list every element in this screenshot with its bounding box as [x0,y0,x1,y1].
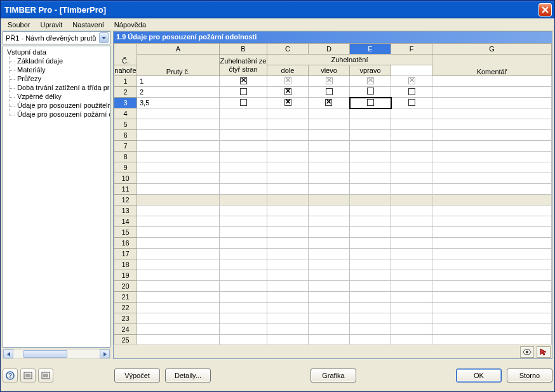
checkbox[interactable] [240,88,247,95]
cell[interactable] [309,249,350,259]
tree-item[interactable]: Základní údaje [16,56,110,65]
cell[interactable] [267,108,309,119]
cell[interactable] [309,162,350,173]
cell[interactable] [432,195,552,206]
cell[interactable] [220,76,267,87]
cell[interactable] [391,152,432,162]
row-header[interactable]: 8 [114,152,137,162]
row-header[interactable]: 12 [114,195,137,206]
cell[interactable] [220,281,267,292]
checkbox[interactable] [325,99,332,106]
cell[interactable] [267,313,309,324]
cell[interactable] [391,335,432,345]
cell[interactable] [350,76,391,87]
cell[interactable] [267,227,309,238]
cell[interactable] [432,335,552,345]
cell[interactable] [350,227,391,238]
cell[interactable]: 1 [137,76,220,87]
cell[interactable] [220,98,267,108]
cell[interactable] [267,303,309,313]
cell[interactable] [432,292,552,303]
cell[interactable] [220,249,267,259]
cell[interactable] [309,108,350,119]
row-header[interactable]: 18 [114,259,137,270]
cell[interactable] [137,130,220,141]
close-button[interactable] [538,3,552,16]
cell[interactable] [350,313,391,324]
col-letter[interactable]: E [350,44,391,55]
cell[interactable] [220,270,267,281]
col-letter[interactable]: A [137,44,220,55]
cell[interactable] [391,162,432,173]
cell[interactable] [309,216,350,227]
row-header[interactable]: 21 [114,292,137,303]
cell[interactable] [309,141,350,152]
checkbox[interactable] [284,77,291,84]
cell[interactable] [267,270,309,281]
chevron-down-icon[interactable] [99,32,109,43]
checkbox[interactable] [367,88,374,95]
cell[interactable] [220,335,267,345]
cell[interactable] [309,206,350,216]
cell[interactable] [267,141,309,152]
col-letter[interactable]: D [309,44,350,55]
col-header[interactable]: nahoře [114,65,137,76]
cell[interactable] [267,184,309,195]
cell[interactable] [267,162,309,173]
cell[interactable] [391,98,432,108]
cell[interactable] [391,195,432,206]
cell[interactable] [267,195,309,206]
row-header[interactable]: 2 [114,87,137,98]
cell[interactable] [220,292,267,303]
col-header[interactable]: vpravo [350,65,391,76]
cell[interactable] [309,195,350,206]
row-header[interactable]: 19 [114,270,137,281]
cell[interactable] [220,216,267,227]
scroll-thumb[interactable] [23,350,67,358]
cell[interactable]: 2 [137,87,220,98]
cell[interactable] [309,184,350,195]
col-letter[interactable]: C [267,44,309,55]
tree-hscrollbar[interactable] [3,349,110,359]
cell[interactable] [432,313,552,324]
row-header[interactable]: 10 [114,173,137,184]
cell[interactable] [350,162,391,173]
cell[interactable] [309,87,350,98]
cell[interactable] [350,292,391,303]
row-header[interactable]: 5 [114,119,137,130]
cell[interactable] [137,195,220,206]
row-header[interactable]: 3 [114,98,137,108]
cell[interactable] [220,184,267,195]
row-header[interactable]: 25 [114,335,137,345]
cell[interactable] [267,249,309,259]
cell[interactable] [267,238,309,249]
cell[interactable] [137,270,220,281]
cell[interactable] [267,259,309,270]
cell[interactable] [137,152,220,162]
cell[interactable] [432,98,552,108]
cell[interactable] [220,324,267,335]
cell[interactable] [309,324,350,335]
cell[interactable] [137,292,220,303]
cell[interactable] [137,206,220,216]
cell[interactable] [309,281,350,292]
row-header[interactable]: 22 [114,303,137,313]
cell[interactable] [309,303,350,313]
cell[interactable] [391,313,432,324]
cell[interactable] [391,281,432,292]
cell[interactable] [220,206,267,216]
scroll-left-button[interactable] [3,350,13,358]
cell[interactable] [391,108,432,119]
checkbox[interactable] [326,77,333,84]
cell[interactable] [391,141,432,152]
input-tree[interactable]: Vstupní data Základní údaje Materiály Pr… [3,46,110,348]
cell[interactable] [432,227,552,238]
tree-item[interactable]: Vzpěrné délky [16,92,110,101]
cell[interactable] [432,108,552,119]
tree-item[interactable]: Doba trvání zatížení a třída provozu [16,83,110,92]
cell[interactable] [350,141,391,152]
checkbox[interactable] [284,99,291,106]
col-letter[interactable]: F [391,44,432,55]
menu-nastaveni[interactable]: Nastavení [68,20,109,30]
cell[interactable] [350,270,391,281]
